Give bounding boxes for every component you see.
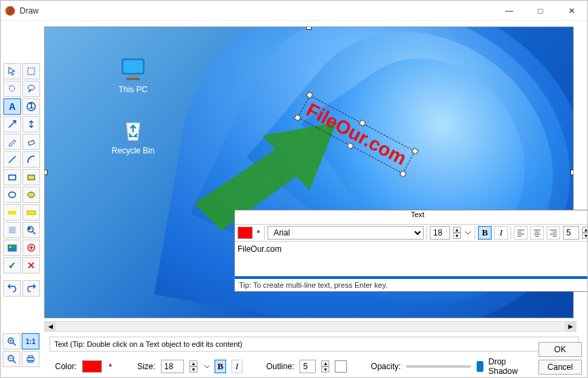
align-center-button[interactable]	[530, 226, 544, 240]
desktop-icon-label: Recycle Bin	[109, 146, 157, 155]
svg-rect-12	[8, 211, 16, 214]
svg-rect-6	[29, 140, 35, 145]
tool-palette: A 1 ✓ ✕	[1, 21, 44, 334]
desktop-icon-label: This PC	[109, 85, 157, 94]
color-label: Color:	[55, 362, 77, 371]
color-asterisk: *	[107, 362, 113, 372]
ok-button[interactable]: OK	[538, 342, 582, 357]
size-label: Size:	[137, 362, 155, 371]
canvas-handle[interactable]	[306, 26, 312, 30]
svg-rect-8	[9, 175, 16, 180]
align-right-button[interactable]	[547, 226, 560, 240]
canvas-area: This PC Recycle Bin FileOur.com	[44, 21, 587, 334]
eraser-tool[interactable]	[22, 134, 40, 150]
outline-color-swatch[interactable]	[335, 360, 347, 373]
svg-rect-2	[28, 68, 35, 75]
text-content-input[interactable]: FileOur.com	[235, 242, 588, 274]
svg-rect-23	[124, 60, 143, 73]
cross-tool[interactable]: ✕	[22, 257, 40, 273]
rect-tool[interactable]	[3, 169, 21, 185]
size-input[interactable]	[161, 360, 184, 373]
double-arrow-tool[interactable]	[22, 116, 40, 132]
ellipse-tool[interactable]	[3, 187, 21, 203]
close-button[interactable]: ✕	[556, 1, 587, 21]
font-size-spinner[interactable]: ▲▼	[453, 227, 461, 239]
outline-input[interactable]	[299, 360, 316, 373]
zoom-in-button[interactable]	[3, 333, 20, 349]
opacity-slider[interactable]	[406, 365, 471, 368]
svg-rect-46	[29, 356, 33, 358]
font-size-input[interactable]	[430, 226, 450, 240]
outline-spinner[interactable]: ▲▼	[321, 360, 329, 373]
blur-tool[interactable]	[3, 222, 21, 238]
rect-fill-tool[interactable]	[22, 169, 40, 185]
italic-button[interactable]: I	[232, 360, 242, 373]
svg-line-16	[33, 231, 35, 234]
bold-button[interactable]: B	[478, 226, 492, 240]
window-title: Draw	[20, 6, 494, 16]
number-stamp-tool[interactable]: 1	[22, 98, 40, 115]
status-hint: Text (Tip: Double click on a Text object…	[50, 337, 579, 352]
pointer-tool[interactable]	[3, 63, 21, 79]
svg-point-10	[9, 192, 16, 197]
titlebar: Draw — □ ✕	[1, 1, 587, 21]
align-left-button[interactable]	[514, 226, 528, 240]
size-dropdown-icon[interactable]	[203, 360, 210, 373]
svg-rect-24	[129, 75, 137, 78]
desktop-icon-recycle-bin[interactable]: Recycle Bin	[109, 119, 157, 155]
spacing-spinner[interactable]: ▲▼	[582, 227, 588, 239]
desktop-icon-this-pc[interactable]: This PC	[109, 58, 157, 94]
undo-button[interactable]	[3, 280, 21, 297]
scroll-right-button[interactable]: ▶	[565, 322, 576, 331]
freehand-select-tool[interactable]	[3, 81, 21, 97]
recycle-bin-icon	[120, 119, 147, 143]
outline-label: Outline:	[266, 362, 294, 371]
zoom-controls: 1:1	[3, 333, 39, 367]
marquee-tool[interactable]	[22, 63, 40, 79]
svg-rect-14	[9, 227, 16, 233]
slider-thumb[interactable]	[477, 361, 483, 372]
zoom-out-button[interactable]	[3, 351, 20, 367]
cancel-button[interactable]: Cancel	[538, 360, 582, 375]
magnify-tool[interactable]	[22, 222, 40, 238]
text-color-swatch[interactable]	[238, 227, 253, 239]
svg-line-43	[13, 360, 16, 363]
font-family-select[interactable]: Arial	[268, 226, 424, 240]
svg-text:1: 1	[29, 101, 34, 111]
bold-button[interactable]: B	[215, 360, 225, 373]
zoom-fit-button[interactable]: 1:1	[22, 333, 39, 349]
canvas-handle[interactable]	[44, 170, 48, 175]
color-swatch[interactable]	[82, 360, 102, 373]
svg-point-11	[28, 192, 35, 197]
svg-line-7	[9, 156, 16, 163]
panel-header[interactable]: Text ✕	[235, 210, 588, 224]
panel-title: Text	[235, 210, 588, 224]
arrow-tool[interactable]	[3, 116, 21, 132]
canvas-handle[interactable]	[570, 170, 574, 175]
line-tool[interactable]	[3, 151, 21, 168]
add-cursor-tool[interactable]	[22, 240, 40, 256]
redo-button[interactable]	[22, 280, 40, 297]
spacing-input[interactable]	[563, 226, 579, 240]
italic-button[interactable]: I	[494, 226, 508, 240]
highlight2-tool[interactable]	[22, 204, 40, 221]
size-spinner[interactable]: ▲▼	[189, 360, 198, 373]
print-button[interactable]	[22, 351, 39, 367]
monitor-icon	[120, 58, 147, 82]
ellipse-fill-tool[interactable]	[22, 187, 40, 203]
callout-tool[interactable]	[22, 81, 40, 97]
highlight-tool[interactable]	[3, 204, 21, 221]
font-size-dropdown-icon[interactable]	[464, 227, 472, 239]
pencil-tool[interactable]	[3, 134, 21, 150]
scroll-left-button[interactable]: ◀	[45, 322, 56, 331]
image-tool[interactable]	[3, 240, 21, 256]
svg-rect-13	[27, 211, 35, 214]
maximize-button[interactable]: □	[525, 1, 556, 21]
minimize-button[interactable]: —	[494, 1, 525, 21]
horizontal-scrollbar[interactable]: ◀ ▶	[44, 321, 576, 332]
text-tool[interactable]: A	[3, 98, 21, 115]
dropshadow-label: Drop Shadow	[488, 357, 528, 376]
check-tool[interactable]: ✓	[3, 257, 21, 273]
panel-tip: Tip: To create multi-line text, press En…	[235, 279, 588, 291]
curve-tool[interactable]	[22, 151, 40, 168]
